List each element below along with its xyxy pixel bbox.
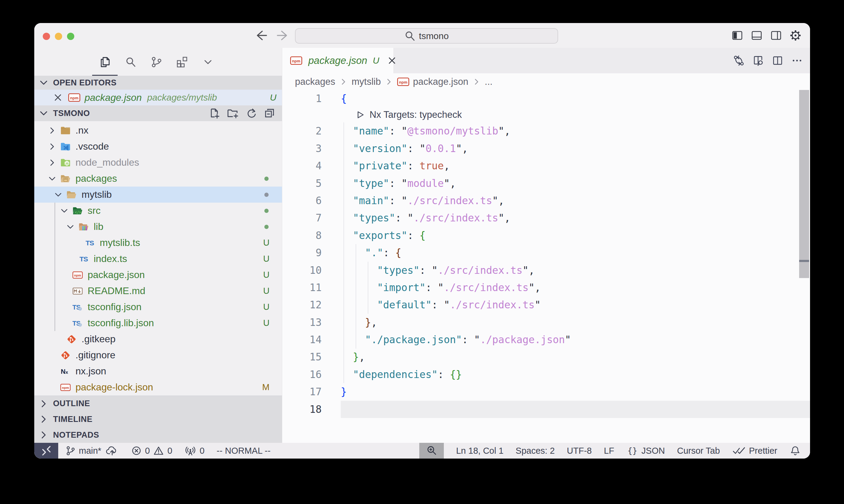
- code-editor[interactable]: 1{Nx Targets: typecheck2 "name": "@tsmon…: [282, 90, 810, 443]
- tree-item-.nx[interactable]: .nx: [34, 122, 282, 139]
- tree-item-packages[interactable]: packages: [34, 170, 282, 186]
- chevron-down-icon[interactable]: [60, 206, 69, 216]
- chevron-right-icon[interactable]: [48, 141, 57, 152]
- breadcrumb-item-package.json[interactable]: npmpackage.json: [397, 76, 468, 87]
- activity-bar-item-more-views-chevron[interactable]: [195, 50, 221, 74]
- status-problems[interactable]: 0: [131, 445, 150, 456]
- code-line-7[interactable]: 7 "types": "./src/index.ts",: [282, 209, 810, 227]
- tree-item-package-lock.json[interactable]: npmpackage-lock.jsonM: [34, 379, 282, 395]
- command-center-search[interactable]: tsmono: [295, 28, 558, 43]
- tree-item-README.md[interactable]: README.mdU: [34, 283, 282, 299]
- tree-item-mytslib.ts[interactable]: TSmytslib.tsU: [34, 235, 282, 251]
- chevron-down-icon[interactable]: [66, 222, 75, 232]
- activity-bar-item-search[interactable]: [118, 50, 143, 74]
- split-editor-icon[interactable]: [772, 55, 783, 66]
- new-folder-icon[interactable]: [227, 108, 239, 119]
- tree-item-nx.json[interactable]: Nxnx.json: [34, 363, 282, 379]
- code-line-3[interactable]: 3 "version": "0.0.1",: [282, 140, 810, 157]
- codelens-nx-targets[interactable]: Nx Targets: typecheck: [355, 107, 462, 122]
- tree-item-tsconfig.lib.json[interactable]: TStsconfig.lib.jsonU: [34, 315, 282, 331]
- titlebar[interactable]: tsmono: [34, 23, 810, 48]
- compare-changes-icon[interactable]: [733, 55, 744, 66]
- tree-item-node_modules[interactable]: JSnode_modules: [34, 155, 282, 170]
- code-line-13[interactable]: 13 },: [282, 314, 810, 331]
- extensions-icon: [176, 56, 189, 69]
- workspace-section-header[interactable]: TSMONO: [34, 105, 282, 121]
- status-eol[interactable]: LF: [604, 446, 614, 456]
- tree-item-.vscode[interactable]: .vscode: [34, 139, 282, 155]
- editor-scrollbar[interactable]: [799, 90, 809, 278]
- activity-bar-item-explorer[interactable]: [92, 50, 118, 74]
- code-line-11[interactable]: 11 "import": "./src/index.ts",: [282, 279, 810, 296]
- breadcrumb-item-...[interactable]: ...: [485, 76, 493, 87]
- code-line-16[interactable]: 16 "dependencies": {}: [282, 366, 810, 383]
- code-line-12[interactable]: 12 "default": "./src/index.ts": [282, 296, 810, 313]
- breadcrumb-item-mytslib[interactable]: mytslib: [352, 76, 381, 87]
- status-zoom[interactable]: [419, 443, 444, 458]
- status-cursor-position[interactable]: Ln 18, Col 1: [456, 446, 503, 456]
- toggle-secondary-sidebar-icon[interactable]: [771, 30, 781, 41]
- chevron-down-icon[interactable]: [54, 190, 63, 200]
- tab-package.json[interactable]: npm package.json U: [282, 48, 394, 73]
- status-publish[interactable]: [105, 445, 119, 456]
- settings-gear-icon[interactable]: [790, 30, 801, 41]
- status-warnings[interactable]: 0: [153, 445, 172, 456]
- code-line-9[interactable]: 9 ".": {: [282, 244, 810, 262]
- tree-item-.gitignore[interactable]: .gitignore: [34, 347, 282, 363]
- close-editor-icon[interactable]: [53, 93, 63, 102]
- collapse-all-icon[interactable]: [264, 108, 275, 119]
- tree-item-src[interactable]: </>src: [34, 203, 282, 219]
- code-line-5[interactable]: 5 "type": "module",: [282, 175, 810, 192]
- status-remote[interactable]: [34, 443, 58, 458]
- status-encoding[interactable]: UTF-8: [567, 446, 592, 456]
- tree-item-package.json[interactable]: npmpackage.jsonU: [34, 267, 282, 283]
- code-line-1[interactable]: 1{: [282, 90, 810, 107]
- open-editors-header[interactable]: OPEN EDITORS: [34, 76, 282, 90]
- chevron-right-icon[interactable]: [48, 158, 57, 168]
- open-editor-item-package.json[interactable]: npm package.json packages/mytslib U: [34, 90, 282, 105]
- minimize-window-button[interactable]: [55, 33, 62, 40]
- code-line-8[interactable]: 8 "exports": {: [282, 227, 810, 244]
- tree-item-mytslib[interactable]: mytslib: [34, 186, 282, 203]
- navigate-back-button[interactable]: [254, 29, 268, 42]
- code-line-10[interactable]: 10 "types": "./src/index.ts",: [282, 262, 810, 279]
- section-header-outline[interactable]: OUTLINE: [34, 396, 282, 411]
- chevron-down-icon[interactable]: [48, 174, 57, 184]
- tree-item-label: package-lock.json: [75, 382, 153, 393]
- activity-bar-item-extensions[interactable]: [170, 50, 195, 74]
- status-vim-mode[interactable]: -- NORMAL --: [217, 446, 271, 456]
- status-notifications[interactable]: [789, 445, 801, 456]
- code-line-4[interactable]: 4 "private": true,: [282, 157, 810, 175]
- status-git-branch[interactable]: main*: [65, 445, 101, 456]
- toggle-panel-icon[interactable]: [751, 30, 762, 41]
- tree-item-tsconfig.json[interactable]: TStsconfig.jsonU: [34, 299, 282, 315]
- open-changes-editor-icon[interactable]: [753, 55, 764, 66]
- section-header-notepads[interactable]: NOTEPADS: [34, 427, 282, 443]
- status-ports[interactable]: 0: [184, 445, 204, 456]
- code-line-6[interactable]: 6 "main": "./src/index.ts",: [282, 192, 810, 209]
- refresh-icon[interactable]: [245, 108, 257, 119]
- code-line-2[interactable]: 2 "name": "@tsmono/mytslib",: [282, 122, 810, 140]
- tree-item-index.ts[interactable]: TSindex.tsU: [34, 251, 282, 267]
- more-actions-icon[interactable]: [791, 55, 803, 66]
- chevron-right-icon[interactable]: [48, 125, 57, 136]
- status-formatter[interactable]: Prettier: [732, 446, 777, 456]
- toggle-sidebar-icon[interactable]: [732, 30, 743, 41]
- status-language-mode[interactable]: {}JSON: [626, 446, 665, 456]
- navigate-forward-button[interactable]: [276, 29, 290, 42]
- close-tab-icon[interactable]: [387, 56, 397, 66]
- status-indentation[interactable]: Spaces: 2: [516, 446, 555, 456]
- zoom-window-button[interactable]: [67, 33, 74, 40]
- breadcrumb-item-packages[interactable]: packages: [295, 76, 335, 87]
- new-file-icon[interactable]: [209, 108, 220, 119]
- code-line-18[interactable]: 18: [282, 401, 810, 418]
- close-window-button[interactable]: [43, 33, 50, 40]
- section-header-timeline[interactable]: TIMELINE: [34, 411, 282, 427]
- tree-item-.gitkeep[interactable]: .gitkeep: [34, 331, 282, 347]
- status-cursor-tab[interactable]: Cursor Tab: [677, 446, 720, 456]
- code-line-15[interactable]: 15 },: [282, 348, 810, 365]
- activity-bar-item-source-control[interactable]: [144, 50, 169, 74]
- code-line-14[interactable]: 14 "./package.json": "./package.json": [282, 331, 810, 348]
- tree-item-lib[interactable]: lib: [34, 219, 282, 235]
- code-line-17[interactable]: 17}: [282, 383, 810, 400]
